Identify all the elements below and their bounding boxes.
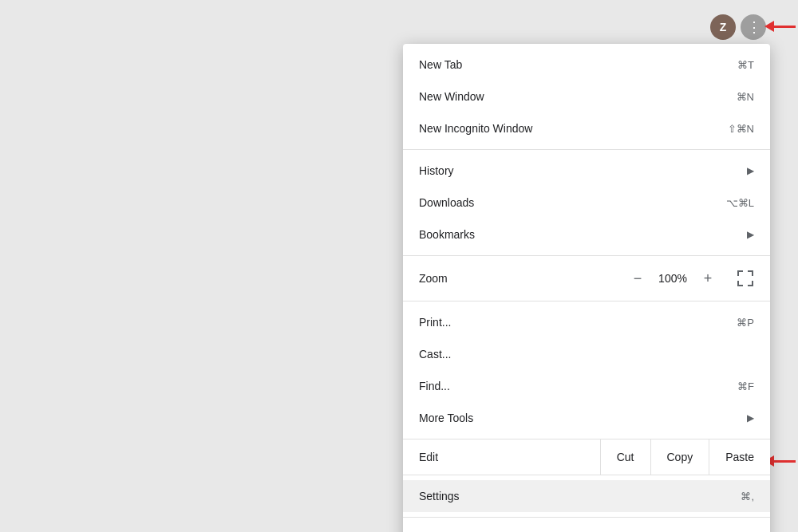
more-tools-arrow: ▶ xyxy=(747,412,754,424)
downloads-label: Downloads xyxy=(419,196,474,209)
zoom-label: Zoom xyxy=(419,272,628,285)
menu-item-cast[interactable]: Cast... xyxy=(403,338,770,370)
zoom-minus-button[interactable]: − xyxy=(628,270,647,287)
zoom-plus-button[interactable]: + xyxy=(698,270,717,287)
menu-item-settings[interactable]: Settings ⌘, xyxy=(403,480,770,512)
menu-item-history[interactable]: History ▶ xyxy=(403,155,770,187)
menu-item-help[interactable]: Help ▶ xyxy=(403,522,770,532)
zoom-controls: − 100% + xyxy=(628,270,754,287)
more-tools-label: More Tools xyxy=(419,412,473,424)
menu-item-more-tools[interactable]: More Tools ▶ xyxy=(403,402,770,434)
new-incognito-shortcut: ⇧⌘N xyxy=(728,123,754,135)
menu-item-print[interactable]: Print... ⌘P xyxy=(403,306,770,338)
copy-button[interactable]: Copy xyxy=(650,439,709,475)
new-tab-shortcut: ⌘T xyxy=(737,59,754,71)
settings-label: Settings xyxy=(419,490,460,502)
menu-item-new-window[interactable]: New Window ⌘N xyxy=(403,81,770,112)
top-bar: Z ⋮ xyxy=(710,14,766,40)
history-arrow: ▶ xyxy=(747,165,754,176)
menu-item-bookmarks[interactable]: Bookmarks ▶ xyxy=(403,219,770,250)
menu-item-new-tab[interactable]: New Tab ⌘T xyxy=(403,49,770,81)
menu-item-downloads[interactable]: Downloads ⌥⌘L xyxy=(403,187,770,219)
menu-section-zoom: Zoom − 100% + xyxy=(403,256,770,301)
menu-section-tools: Print... ⌘P Cast... Find... ⌘F More Tool… xyxy=(403,301,770,439)
find-label: Find... xyxy=(419,380,450,392)
edit-label: Edit xyxy=(403,443,600,471)
edit-row: Edit Cut Copy Paste xyxy=(403,439,770,475)
settings-shortcut: ⌘, xyxy=(741,491,754,502)
paste-button[interactable]: Paste xyxy=(709,439,770,475)
find-shortcut: ⌘F xyxy=(737,380,754,392)
bookmarks-arrow: ▶ xyxy=(747,229,754,240)
cast-label: Cast... xyxy=(419,348,451,361)
arrow-top xyxy=(764,21,796,32)
menu-section-help: Help ▶ xyxy=(403,518,770,532)
bookmarks-label: Bookmarks xyxy=(419,228,475,241)
avatar[interactable]: Z xyxy=(710,14,736,40)
menu-item-find[interactable]: Find... ⌘F xyxy=(403,370,770,402)
menu-section-nav: History ▶ Downloads ⌥⌘L Bookmarks ▶ xyxy=(403,150,770,256)
zoom-value: 100% xyxy=(657,272,689,285)
new-incognito-label: New Incognito Window xyxy=(419,122,532,135)
print-label: Print... xyxy=(419,316,451,329)
chrome-menu-dropdown: New Tab ⌘T New Window ⌘N New Incognito W… xyxy=(403,44,770,532)
menu-item-new-incognito[interactable]: New Incognito Window ⇧⌘N xyxy=(403,112,770,144)
zoom-row: Zoom − 100% + xyxy=(403,261,770,296)
new-window-shortcut: ⌘N xyxy=(737,91,754,103)
zoom-fullscreen-button[interactable] xyxy=(737,270,754,287)
cut-button[interactable]: Cut xyxy=(600,439,650,475)
print-shortcut: ⌘P xyxy=(737,317,754,329)
new-window-label: New Window xyxy=(419,90,484,103)
chrome-menu-button[interactable]: ⋮ xyxy=(741,14,766,40)
arrow-line-bottom xyxy=(773,460,796,463)
arrow-line-top xyxy=(773,26,796,28)
new-tab-label: New Tab xyxy=(419,58,462,71)
downloads-shortcut: ⌥⌘L xyxy=(726,197,754,209)
menu-section-new: New Tab ⌘T New Window ⌘N New Incognito W… xyxy=(403,44,770,150)
history-label: History xyxy=(419,164,454,177)
menu-section-settings: Settings ⌘, xyxy=(403,475,770,518)
